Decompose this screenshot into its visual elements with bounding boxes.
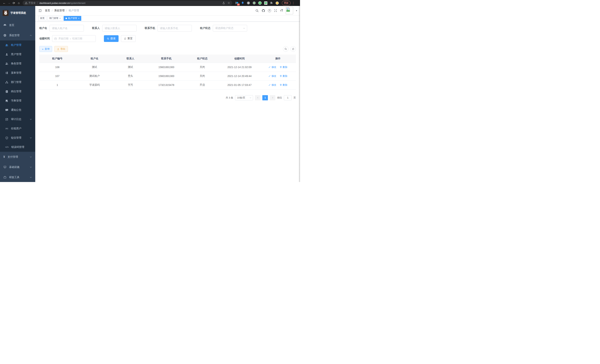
refresh-table-button[interactable] (290, 46, 296, 52)
col-actions: 操作 (260, 55, 296, 63)
tag-home[interactable]: 首页 (38, 16, 46, 21)
app-title: 芋道管理系统 (10, 11, 26, 15)
edit-link[interactable]: 修改 (268, 65, 276, 69)
tag-tenant-active[interactable]: 租户管理 × (64, 16, 81, 21)
browser-forward-icon[interactable]: → (7, 1, 11, 5)
avatar[interactable] (286, 7, 293, 14)
sidebar-item-online-users[interactable]: 在线用户 (0, 124, 35, 133)
ext-command-icon[interactable]: ⌘ (247, 1, 250, 5)
date-range-picker[interactable]: 开始日期 - 结束日期 (52, 35, 96, 42)
col-contact: 联系人 (114, 55, 147, 63)
sidebar-item-post[interactable]: 岗位管理 (0, 87, 35, 96)
browser-back-icon[interactable]: ← (2, 1, 7, 5)
ext-smiley-icon[interactable] (275, 1, 279, 5)
date-end-placeholder: 结束日期 (72, 37, 82, 40)
ext-puzzle-icon[interactable] (270, 1, 273, 5)
security-label[interactable]: 不安全 (28, 1, 36, 5)
tags-view: 首页 部门管理 × 租户管理 × (35, 15, 300, 21)
tenant-name-input[interactable] (49, 25, 84, 32)
sidebar-item-home[interactable]: 首页 (0, 20, 35, 30)
delete-link[interactable]: 删除 (280, 65, 287, 69)
table-row: 1 芋道源码 芋艿 17321315478 开启 2021-01-05 17:0… (39, 81, 296, 89)
cell-mobile: 17321315478 (147, 81, 186, 89)
sidebar-item-error-code[interactable]: </> 错误码管理 (0, 142, 35, 152)
tag-close-icon[interactable]: × (78, 17, 79, 20)
sidebar-item-payment[interactable]: ¥ 支付管理 (0, 152, 35, 162)
search-button[interactable]: 搜索 (104, 35, 119, 42)
header-search-icon[interactable] (255, 9, 259, 12)
breadcrumb-system[interactable]: 系统管理 (54, 9, 65, 12)
sidebar-item-sms[interactable]: 短信管理 (0, 133, 35, 142)
ext-blue-diamond-icon[interactable]: 10 (235, 1, 239, 5)
url-host[interactable]: dashboard.yudao.iocoder.cn (39, 2, 70, 4)
cell-tenant-name: 测试 (75, 63, 114, 72)
sidebar-item-role[interactable]: 角色管理 (0, 59, 35, 68)
plus-icon: + (42, 48, 44, 50)
page-number-active[interactable]: 1 (262, 95, 268, 100)
ext-proxy-icon[interactable] (253, 1, 256, 5)
toggle-search-button[interactable] (283, 46, 289, 52)
page-size-select[interactable]: 10条/页 (235, 95, 253, 100)
sidebar-item-dev-tools[interactable]: 研发工具 (0, 172, 35, 182)
browser-home-icon[interactable]: ⌂ (16, 1, 21, 5)
sidebar-item-audit-log[interactable]: 审计日志 (0, 115, 35, 124)
prev-page-button[interactable] (255, 95, 261, 100)
sidebar-item-dict[interactable]: 字典管理 (0, 96, 35, 105)
sidebar-item-label: 菜单管理 (11, 71, 21, 75)
sidebar-item-infrastructure[interactable]: 基础设施 (0, 162, 35, 172)
ext-yuque-icon[interactable] (258, 1, 262, 5)
mobile-input[interactable] (158, 25, 192, 32)
bookmark-star-icon[interactable]: ☆ (228, 1, 230, 5)
cell-created: 2021-01-05 17:03:47 (219, 81, 260, 89)
cell-contact: 测试 (114, 63, 147, 72)
browser-menu-icon[interactable]: ⋮ (292, 1, 295, 5)
export-button[interactable]: 导出 (54, 46, 68, 52)
cell-tenant-name: 测试租户 (75, 72, 114, 81)
tag-close-icon[interactable]: × (59, 17, 61, 20)
ext-chat-icon[interactable] (264, 1, 267, 5)
ext-balloon-icon[interactable] (241, 1, 244, 5)
edit-pencil-icon (268, 75, 271, 77)
chrome-update-button[interactable]: 更新 (282, 1, 291, 5)
sidebar-item-tenant[interactable]: 租户管理 (0, 40, 35, 50)
cell-created: 2021-12-14 20:49:44 (219, 72, 260, 81)
share-icon[interactable] (222, 2, 225, 4)
help-icon[interactable]: ? (268, 9, 271, 12)
delete-link[interactable]: 删除 (280, 83, 287, 87)
sidebar-item-user[interactable]: 用户管理 (0, 50, 35, 59)
sidebar-item-label: 在线用户 (11, 127, 21, 130)
font-size-icon[interactable]: TT (280, 9, 283, 12)
sidebar-item-menu[interactable]: 菜单管理 (0, 68, 35, 78)
sidebar-item-notice[interactable]: 通知公告 (0, 105, 35, 115)
browser-reload-icon[interactable]: ⟳ (11, 1, 16, 5)
reset-button[interactable]: 重置 (121, 35, 136, 42)
sidebar-logo[interactable]: 芋道管理系统 (0, 6, 35, 20)
avatar-caret-icon[interactable]: ▾ (296, 9, 297, 12)
status-select[interactable]: 请选择租户状态 (213, 25, 247, 32)
contact-input[interactable] (102, 25, 137, 32)
sidebar-item-dept[interactable]: 部门管理 (0, 78, 35, 87)
github-icon[interactable] (262, 9, 265, 12)
message-icon (5, 109, 8, 112)
sidebar-collapse-icon[interactable] (38, 9, 42, 12)
sidebar-item-label: 角色管理 (11, 62, 21, 65)
cell-tenant-id: 108 (39, 63, 75, 72)
breadcrumb-home[interactable]: 首页 (45, 9, 50, 12)
add-button[interactable]: + 新增 (39, 46, 52, 52)
sidebar-item-label: 支付管理 (8, 155, 18, 159)
edit-link[interactable]: 修改 (268, 75, 276, 78)
goto-page-input[interactable] (284, 95, 292, 100)
fullscreen-icon[interactable] (274, 9, 277, 12)
edit-link[interactable]: 修改 (268, 83, 276, 87)
edit-pencil-icon (268, 84, 271, 86)
audit-log-icon (5, 118, 8, 121)
sidebar-item-system[interactable]: 系统管理 (0, 30, 35, 40)
url-path[interactable]: /system/tenant (70, 2, 85, 4)
address-bar[interactable]: 不安全 dashboard.yudao.iocoder.cn /system/t… (23, 0, 232, 5)
delete-link[interactable]: 删除 (280, 75, 287, 78)
next-page-button[interactable] (270, 95, 275, 100)
shield-icon (5, 136, 8, 140)
tag-dept[interactable]: 部门管理 × (47, 16, 63, 21)
table-header-row: 租户编号 租户名 联系人 联系手机 租户状态 创建时间 操作 (39, 55, 296, 63)
col-tenant-id: 租户编号 (39, 55, 75, 63)
